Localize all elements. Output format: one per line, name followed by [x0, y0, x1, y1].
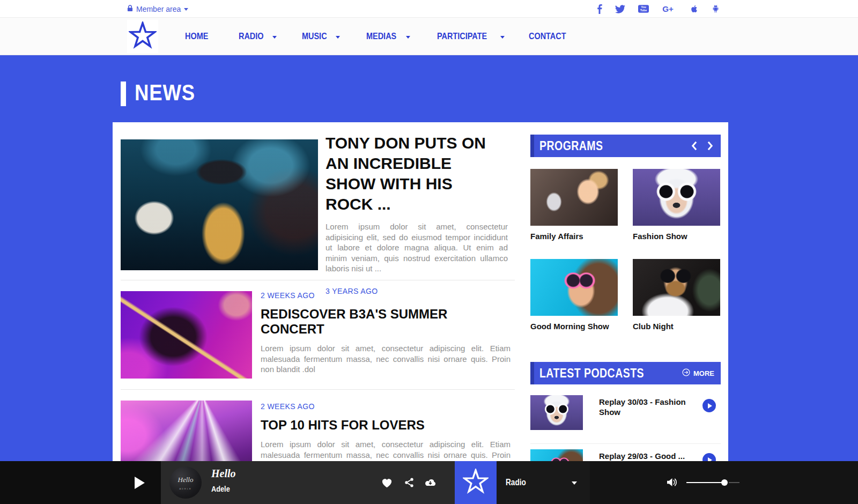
chevron-down-icon — [184, 8, 188, 11]
podcasts-title: LATEST PODCASTS — [539, 366, 644, 381]
article: 2 WEEKS AGO TOP 10 HITS FOR LOVERS Lorem… — [261, 402, 511, 471]
player-station-logo[interactable] — [455, 461, 497, 504]
top-bar: Member area YouTube G+ — [0, 0, 858, 18]
main-navigation: HOME RADIO MUSIC MEDIAS PARTICIPATE CONT… — [0, 18, 858, 55]
programs-header: PROGRAMS — [530, 135, 721, 157]
carousel-prev-button[interactable] — [691, 135, 697, 157]
podcasts-header: LATEST PODCASTS MORE — [530, 362, 721, 384]
now-playing-section: Hello ADELE Hello Adele — [161, 461, 455, 504]
chevron-down-icon — [336, 36, 340, 39]
program-tile-fashion-show[interactable]: Fashion Show — [633, 169, 720, 241]
source-selector[interactable]: Radio — [497, 461, 590, 504]
member-area-dropdown[interactable]: Member area — [127, 0, 188, 18]
star-logo-icon — [463, 469, 489, 496]
nav-label: CONTACT — [529, 31, 566, 42]
program-tile-club-night[interactable]: Club Night — [633, 259, 720, 331]
youtube-icon[interactable]: YouTube — [638, 5, 649, 13]
program-label: Club Night — [633, 322, 720, 331]
player-play-button[interactable] — [135, 477, 145, 491]
article-image[interactable] — [121, 291, 252, 379]
chevron-down-icon — [406, 36, 410, 39]
article-date-link[interactable]: 2 WEEKS AGO — [261, 402, 315, 411]
article-date-link[interactable]: 2 WEEKS AGO — [261, 291, 315, 300]
nav-label: MUSIC — [302, 31, 327, 42]
podcasts-more-link[interactable]: MORE — [682, 362, 714, 384]
header-accent-bar — [530, 362, 534, 384]
nav-label: HOME — [185, 31, 208, 42]
carousel-next-button[interactable] — [707, 135, 713, 157]
volume-slider-track[interactable] — [686, 482, 724, 483]
divider — [121, 389, 515, 390]
nav-label: RADIO — [239, 31, 264, 42]
svg-text:You: You — [641, 5, 646, 9]
program-tile-good-morning-show[interactable]: Good Morning Show — [530, 259, 618, 331]
program-image — [530, 259, 618, 316]
nav-label: PARTICIPATE — [437, 31, 487, 42]
article-excerpt: Lorem ipsum dolor sit amet, consectetur … — [326, 221, 508, 274]
volume-slider-knob[interactable] — [721, 479, 728, 486]
more-label: MORE — [693, 369, 714, 377]
star-logo-icon — [129, 21, 157, 51]
volume-section — [590, 461, 858, 504]
article-title[interactable]: TOP 10 HITS FOR LOVERS — [261, 418, 511, 433]
podcast-title[interactable]: Replay 29/03 - Good ... — [599, 451, 693, 461]
social-links: YouTube G+ — [597, 0, 720, 18]
article-title[interactable]: TONY DON PUTS ON AN INCREDIBLE SHOW WITH… — [326, 133, 493, 214]
program-image — [633, 169, 720, 226]
program-image — [633, 259, 720, 316]
play-icon — [708, 403, 712, 409]
favorite-heart-icon[interactable] — [381, 461, 393, 504]
article: TONY DON PUTS ON AN INCREDIBLE SHOW WITH… — [326, 133, 508, 295]
member-area-label: Member area — [136, 5, 181, 13]
album-art-artist: ADELE — [179, 487, 191, 490]
nav-item-home[interactable]: HOME — [185, 18, 212, 55]
program-tile-family-affairs[interactable]: Family Affairs — [530, 169, 618, 241]
facebook-icon[interactable] — [597, 4, 602, 14]
share-icon[interactable] — [404, 461, 415, 504]
title-accent-bar — [121, 81, 126, 106]
site-logo[interactable] — [127, 20, 158, 53]
cloud-download-icon[interactable] — [424, 461, 437, 504]
nav-item-medias[interactable]: MEDIAS — [366, 18, 410, 55]
podcast-thumbnail[interactable] — [530, 395, 583, 430]
program-image — [530, 169, 618, 226]
page-header: NEWS — [121, 77, 206, 108]
volume-slider-track-remainder[interactable] — [729, 482, 739, 483]
twitter-icon[interactable] — [615, 5, 625, 13]
program-label: Good Morning Show — [530, 322, 618, 331]
apple-icon[interactable] — [690, 4, 699, 14]
chevron-down-icon — [572, 481, 577, 485]
podcast-play-button[interactable] — [702, 399, 716, 412]
program-label: Fashion Show — [633, 232, 720, 241]
chevron-down-icon — [500, 36, 505, 39]
player-controls-section — [0, 461, 161, 504]
android-icon[interactable] — [712, 4, 720, 14]
track-artist: Adele — [211, 484, 233, 493]
header-accent-bar — [530, 135, 534, 157]
album-art-title: Hello — [178, 476, 194, 484]
track-title: Hello — [211, 468, 236, 480]
nav-label: MEDIAS — [366, 31, 396, 42]
nav-item-contact[interactable]: CONTACT — [529, 18, 573, 55]
volume-icon[interactable] — [667, 477, 678, 490]
nav-item-music[interactable]: MUSIC — [302, 18, 340, 55]
nav-item-radio[interactable]: RADIO — [239, 18, 277, 55]
google-plus-icon[interactable]: G+ — [662, 5, 677, 13]
nav-item-participate[interactable]: PARTICIPATE — [437, 18, 505, 55]
source-label: Radio — [506, 461, 529, 504]
page-title: NEWS — [135, 77, 206, 108]
lock-icon — [127, 5, 133, 13]
article-title[interactable]: REDISCOVER B3A'S SUMMER CONCERT — [261, 307, 511, 337]
chevron-down-icon — [272, 36, 277, 39]
divider — [530, 443, 721, 444]
arrow-circle-icon — [682, 368, 690, 378]
article-image[interactable] — [121, 139, 318, 270]
article-excerpt: Lorem ipsum dolor sit amet, consectetur … — [261, 343, 511, 375]
svg-text:G+: G+ — [662, 5, 674, 13]
svg-text:Tube: Tube — [640, 9, 647, 12]
podcast-title[interactable]: Replay 30/03 - Fashion Show — [599, 397, 693, 417]
audio-player-bar: Hello ADELE Hello Adele Radio — [0, 461, 858, 504]
program-label: Family Affairs — [530, 232, 618, 241]
article: 2 WEEKS AGO REDISCOVER B3A'S SUMMER CONC… — [261, 291, 511, 375]
podcast-item: Replay 30/03 - Fashion Show — [530, 395, 721, 430]
